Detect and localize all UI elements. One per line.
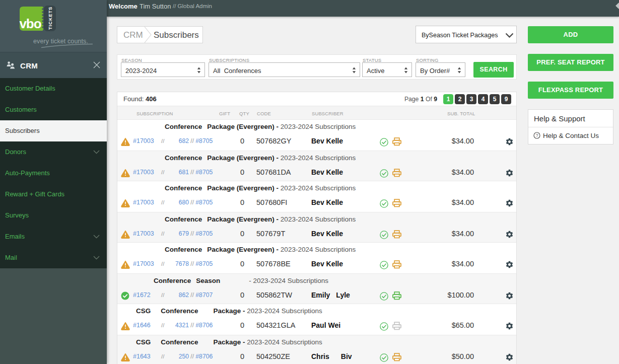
- svg-text:vbo: vbo: [19, 16, 41, 31]
- svg-text:TICKETS: TICKETS: [47, 7, 53, 30]
- svg-text:?: ?: [536, 133, 538, 138]
